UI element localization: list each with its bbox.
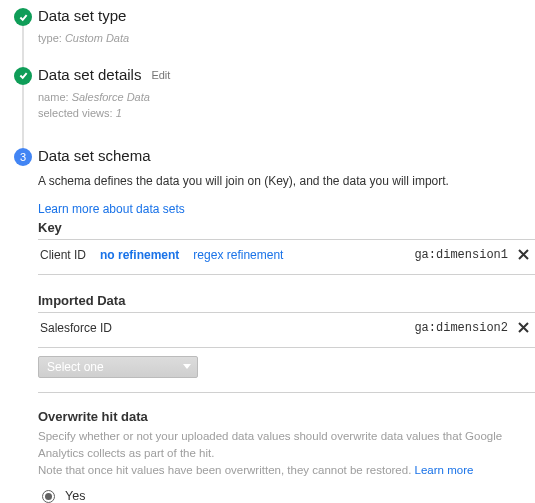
regex-refinement-link[interactable]: regex refinement: [193, 248, 283, 262]
imported-field-label: Salesforce ID: [40, 321, 112, 335]
check-icon: [18, 70, 29, 81]
radio-label: Yes: [65, 489, 427, 503]
step-dataset-schema: 3 Data set schema A schema defines the d…: [0, 146, 535, 504]
step-connector: [22, 26, 24, 67]
divider: [38, 347, 535, 348]
step-bullet-active: 3: [14, 148, 32, 166]
remove-key-button[interactable]: [518, 248, 529, 262]
edit-link[interactable]: Edit: [151, 69, 170, 81]
key-field-label: Client ID: [40, 248, 86, 262]
add-dimension-select[interactable]: Select one: [38, 356, 198, 378]
overwrite-radio-group: Yes When both imported data and hit data…: [38, 489, 535, 503]
step-title: Data set details: [38, 66, 141, 84]
step-connector: [22, 85, 24, 148]
divider: [38, 392, 535, 393]
step-bullet-done: [14, 8, 32, 26]
overwrite-title: Overwrite hit data: [38, 409, 535, 424]
overwrite-description: Specify whether or not your uploaded dat…: [38, 428, 535, 480]
learn-more-overwrite-link[interactable]: Learn more: [415, 464, 474, 476]
key-row: Client ID no refinement regex refinement…: [38, 240, 535, 270]
step-dataset-type: Data set type type: Custom Data: [0, 6, 535, 65]
check-icon: [18, 12, 29, 23]
no-refinement-link[interactable]: no refinement: [100, 248, 179, 262]
schema-description: A schema defines the data you will join …: [38, 174, 535, 188]
close-icon: [518, 322, 529, 333]
close-icon: [518, 249, 529, 260]
remove-imported-button[interactable]: [518, 321, 529, 335]
overwrite-yes-option[interactable]: Yes When both imported data and hit data…: [38, 489, 535, 503]
select-placeholder: Select one: [47, 360, 104, 374]
learn-more-datasets-link[interactable]: Learn more about data sets: [38, 202, 185, 216]
step-bullet-done: [14, 67, 32, 85]
chevron-down-icon: [183, 364, 191, 369]
divider: [38, 274, 535, 275]
imported-dimension-code: ga:dimension2: [414, 321, 508, 335]
step-meta: type: Custom Data: [38, 30, 535, 47]
imported-section-label: Imported Data: [38, 293, 535, 308]
step-meta: name: Salesforce Data selected views: 1: [38, 89, 535, 122]
radio-icon: [42, 490, 55, 503]
imported-row: Salesforce ID ga:dimension2: [38, 313, 535, 343]
step-title: Data set type: [38, 7, 126, 25]
key-section-label: Key: [38, 220, 535, 235]
step-title: Data set schema: [38, 147, 151, 165]
step-dataset-details: Data set details Edit name: Salesforce D…: [0, 65, 535, 146]
key-dimension-code: ga:dimension1: [414, 248, 508, 262]
